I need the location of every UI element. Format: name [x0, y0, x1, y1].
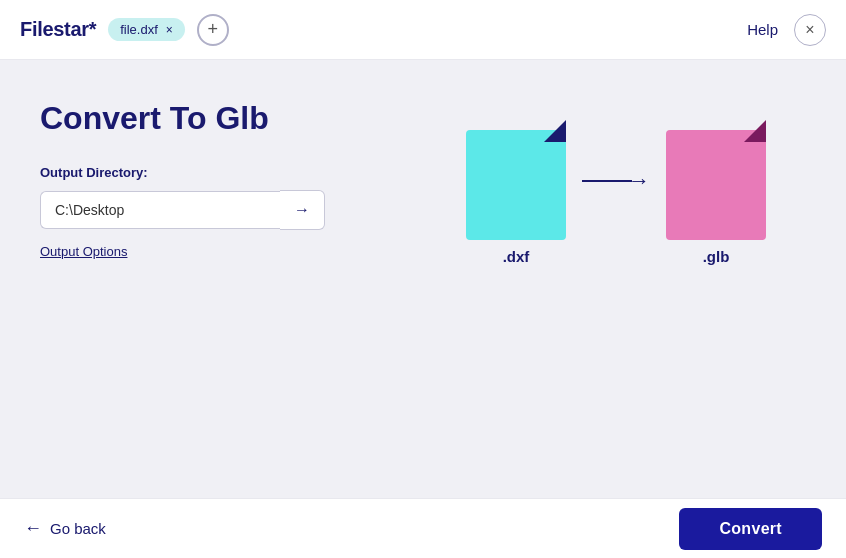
page-title: Convert To Glb: [40, 100, 440, 137]
source-file-ext: .dxf: [503, 248, 530, 265]
header-left: Filestar* file.dxf × +: [20, 14, 229, 46]
output-directory-label: Output Directory:: [40, 165, 440, 180]
target-file-shape: [666, 120, 766, 240]
main-content: Convert To Glb Output Directory: → Outpu…: [0, 60, 846, 498]
footer: ← Go back Convert: [0, 498, 846, 558]
file-tag: file.dxf ×: [108, 18, 185, 41]
source-file-shape: [466, 120, 566, 240]
target-file-corner: [744, 120, 766, 142]
conversion-arrow: →: [582, 170, 650, 216]
arrow-right-icon: →: [294, 201, 310, 219]
arrow-line: →: [582, 170, 650, 192]
output-directory-row: →: [40, 190, 440, 230]
left-panel: Convert To Glb Output Directory: → Outpu…: [40, 100, 440, 260]
file-tag-close-button[interactable]: ×: [164, 23, 175, 37]
browse-directory-button[interactable]: →: [280, 190, 325, 230]
header: Filestar* file.dxf × + Help ×: [0, 0, 846, 60]
output-directory-input[interactable]: [40, 191, 280, 229]
header-right: Help ×: [747, 14, 826, 46]
target-file-icon: .glb: [666, 120, 766, 265]
arrowhead-icon: →: [628, 170, 650, 192]
right-panel: .dxf → .glb: [466, 100, 806, 265]
target-file-ext: .glb: [703, 248, 730, 265]
help-link[interactable]: Help: [747, 21, 778, 38]
add-file-button[interactable]: +: [197, 14, 229, 46]
convert-button[interactable]: Convert: [679, 508, 822, 550]
target-file-body: [666, 130, 766, 240]
close-button[interactable]: ×: [794, 14, 826, 46]
back-arrow-icon: ←: [24, 518, 42, 539]
source-file-body: [466, 130, 566, 240]
go-back-button[interactable]: ← Go back: [24, 518, 106, 539]
file-tag-label: file.dxf: [120, 22, 158, 37]
source-file-corner: [544, 120, 566, 142]
arrow-shaft: [582, 180, 632, 182]
app-title: Filestar*: [20, 18, 96, 41]
go-back-label: Go back: [50, 520, 106, 537]
output-options-link[interactable]: Output Options: [40, 244, 127, 259]
source-file-icon: .dxf: [466, 120, 566, 265]
